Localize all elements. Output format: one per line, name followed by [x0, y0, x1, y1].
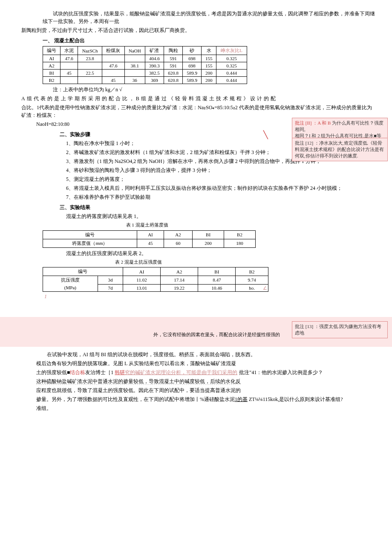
h2: NazSCh — [78, 46, 102, 55]
annotation-13: 批注 [13] ：强度太低.因为嫌抱方法没有考虑地 — [292, 321, 388, 338]
c — [78, 62, 102, 70]
c — [124, 70, 145, 77]
c: 620.8 — [164, 70, 183, 77]
step-6: 6、将混凝土装入模具后，同时利用手工压实以及振动台将砂浆振动至密实；制作好的试块… — [66, 184, 375, 192]
c: AI — [137, 230, 164, 239]
t: 友治博士［1 — [85, 369, 115, 375]
c: BI — [43, 70, 61, 77]
tail-1: 在试验中发现，AI 组与 BI 组的试块在脱模时，强度很低。稍挤压，表面就会塌陷… — [47, 351, 375, 358]
c: 200 — [193, 239, 224, 247]
c: 47.6 — [102, 62, 124, 70]
c: ho.∠ — [236, 284, 268, 291]
c: 180 — [224, 239, 256, 247]
t: 掺量。另外，为了增强数据的可比性及直观性，在下周的试配中将增加丨%通硅酸盐水泥 — [36, 396, 235, 402]
c: (MPa) — [43, 284, 98, 291]
step-4: 4、将砂和预湿的陶粒导入步骤 3 得到的混合液中，搅拌 3 分钟； — [66, 166, 375, 174]
h1: 水泥 — [61, 46, 78, 55]
slump-table: 编号AIA2BIB2 坍落度值（mm）4560200180 — [43, 230, 256, 248]
underline-text: 究的碱矿渣水泥理论分析，可能是由于我们采用的 — [125, 369, 237, 375]
slash-connector: ╲ — [263, 130, 268, 139]
c: 47.6 — [61, 55, 78, 62]
c: 编号 — [43, 267, 123, 276]
step-7: 7、在标准养护条件下养护至试验龄期 — [66, 193, 375, 201]
c: 19.22 — [161, 284, 198, 291]
c: 589.9 — [183, 77, 202, 84]
c: 10.46 — [198, 284, 236, 291]
c — [61, 62, 78, 70]
u: 1的基 — [235, 396, 248, 402]
t: ZT¼¼115kok,是以什么原则来设计基准组? — [248, 396, 343, 402]
c: 38.1 — [124, 62, 145, 70]
t2-caption: 表 2 混凝土抗压强度值 — [43, 259, 234, 266]
c: A2 — [164, 230, 192, 239]
c: B2 — [236, 267, 268, 276]
c: 369 — [145, 77, 164, 84]
section-3-title: 三、实验结果 — [60, 203, 375, 211]
c: 698 — [183, 55, 202, 62]
c: 36 — [124, 77, 145, 84]
tail-6: 准组。 — [36, 404, 375, 412]
t: 土的强度较低■ — [36, 369, 70, 375]
stray-1: 1 — [44, 293, 47, 299]
c: AI — [43, 55, 61, 62]
c: 11.02 — [123, 276, 160, 285]
h7: 砂 — [183, 46, 202, 55]
tail-2a: 模后边角有较为明显的脱落现象。见图 L 从实验结果也可以看出来，藻酸钠盐碱矿渣混… — [36, 360, 375, 367]
c: BI — [193, 230, 224, 239]
c: BI — [198, 267, 236, 276]
h6: 陶粒 — [164, 46, 183, 55]
section-1-title: 一、 混凝土配合出 — [43, 37, 375, 44]
tail-3: 这种硫酸钠盐碱矿渣水泥中普通水泥的掺量较低，导致混凝土中的碱度较低，后续的水化反 — [36, 378, 375, 385]
c: 390.3 — [145, 62, 164, 70]
c: AI — [123, 267, 160, 276]
intro-p1: 试块的抗压强度实验，结果显示，能酸钠盐碱矿渣混凝土的强度较低，考虑是因为普通水泥… — [43, 10, 375, 25]
c: 坍落度值（mm） — [43, 239, 137, 247]
anno-text: 批注 [13] ：强度太低.因为嫌抱方法没有考虑地 — [295, 324, 381, 335]
t1-caption: 表 1 混凝土坍落度值 — [51, 221, 243, 229]
c: 13.01 — [123, 284, 160, 291]
s3-p2: 混凝土的抗压强度测试结果见表 2。 — [66, 250, 375, 257]
c: 0.325 — [216, 62, 247, 70]
desc1b: 合比。1代表的是使用中性钠激发矿渣水泥，三种成分的质量比为矿渣：水泥：Na₂SO… — [21, 104, 375, 119]
step-5: 5、测定混凝土的坍落度； — [66, 175, 375, 183]
c: 17.14 — [161, 276, 198, 285]
c: 0.325 — [216, 55, 247, 62]
tail-4: 应程度也就很低，导致了混凝土的强度较低。因此在下周的试配中，要适当提高普通水泥的 — [36, 386, 375, 394]
s3-p1: 混凝土的坍落度测试结果见表 1。 — [66, 212, 375, 220]
c: 698 — [183, 62, 202, 70]
c: 45 — [102, 77, 124, 84]
c: 591 — [164, 55, 183, 62]
c: 23.8 — [78, 55, 102, 62]
desc1a: A组代表的是上学期所采用的配合比，B组是通过《轻骨料混凝土技术规程》设计的配 — [21, 95, 375, 102]
c — [124, 55, 145, 62]
intro-p2: 新陶粒到货，不过由于尺寸过大，不适合进行试验，因此已联系厂商换货。 — [21, 26, 375, 34]
c: 60 — [164, 239, 192, 247]
c: 0.444 — [216, 77, 247, 84]
tail-5: 掺量。另外，为了增强数据的可比性及直观性，在下周的试配中将增加丨%通硅酸盐水泥1… — [36, 395, 375, 403]
c: 抗压强度 — [43, 276, 98, 285]
c: 8.47 — [198, 276, 236, 285]
t: 这种硫酸钠盐碱矿渣水泥中普通水泥的掺量较低，导致混凝土中的碱度较低，后续的水化反 — [36, 378, 241, 385]
annotation-12: 批注 [12] ：净水灰比大,肯定强度低.《轻骨料混液土技术规程》的配合比设计方… — [292, 138, 388, 161]
h5: 矿渣 — [145, 46, 164, 55]
c: 155 — [202, 62, 216, 70]
c: 编号 — [43, 230, 137, 239]
h3: 粉煤灰 — [102, 46, 124, 55]
spread: A组代表的是上学期所采用的配合比，B组是通过《轻骨料混凝土技术规程》设计的配 — [21, 96, 277, 102]
mark-angle: ∠ — [263, 285, 267, 291]
c: 7d — [98, 284, 123, 291]
c — [61, 77, 78, 84]
c: 9.74 — [236, 276, 268, 285]
anno-label: 批注 [II] ：A 和 B — [295, 120, 331, 125]
c: B2 — [43, 77, 61, 84]
c: 0.444 — [216, 70, 247, 77]
c: 591 — [164, 62, 183, 70]
inline-anno: 批注"41：他的水泥掺入比例是多少？ — [239, 369, 323, 375]
c: 3d — [98, 276, 123, 285]
c: 22.5 — [78, 70, 102, 77]
c: 45 — [61, 70, 78, 77]
link-2: 韩研 — [115, 369, 125, 375]
c: 589.9 — [183, 70, 202, 77]
mix-table: 编号 水泥 NazSCh 粉煤灰 NaOH 矿渣 陶粒 砂 水 峥水灰比L AI… — [43, 46, 247, 84]
anno-text: 批注 [12] ：净水灰比大,肯定强度低.《轻骨料混液土技术规程》的配合比设计方… — [295, 140, 384, 158]
